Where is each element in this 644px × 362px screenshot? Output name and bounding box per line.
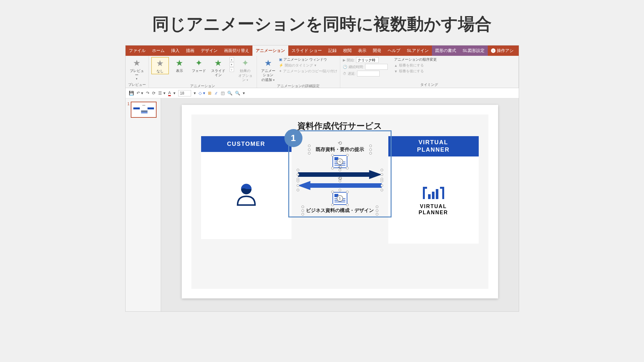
start-label: 開始: <box>347 58 355 63</box>
effect-options-label2: オプション ▾ <box>237 74 253 82</box>
star-green-icon: ★ <box>213 58 223 68</box>
group-preview: ★ プレビュー ▾ プレビュー <box>126 56 149 88</box>
add-animation-icon: ★ <box>263 58 273 68</box>
star-none-icon: ★ <box>155 58 165 68</box>
tab-help[interactable]: ヘルプ <box>384 45 404 56</box>
duration-input[interactable] <box>365 64 388 70</box>
planner-column: VIRTUALPLANNER <box>388 136 479 244</box>
zoom-in-icon[interactable]: 🔍 <box>227 91 232 96</box>
start-input[interactable] <box>356 57 379 63</box>
rotate-icon[interactable]: ⟲ <box>338 140 342 146</box>
middle-column: 1 ⟲ 既存資料・要件の提示 <box>291 136 388 214</box>
zoom-out-icon[interactable]: 🔍 <box>235 91 240 96</box>
redo-icon[interactable]: ↷ <box>146 91 149 96</box>
align-icon[interactable]: ⫽ <box>214 91 218 96</box>
font-size-input[interactable]: 18 <box>178 90 191 96</box>
refresh-icon[interactable]: ⟳ <box>152 91 156 96</box>
person-icon <box>232 180 261 211</box>
gallery-more[interactable]: ▿ <box>230 67 234 72</box>
tab-design[interactable]: デザイン <box>198 45 221 56</box>
slide-number: 1 <box>128 102 130 118</box>
effect-options-label1: 効果の <box>240 69 250 73</box>
anim-fade[interactable]: ✦ フェード <box>190 57 208 74</box>
group-timing-label: タイミング <box>343 82 516 87</box>
timing-start: ▶ 開始: <box>343 57 388 63</box>
mid-bottom-label-shape[interactable]: ビジネス資料の構成・デザイン <box>303 207 377 214</box>
clock-icon: 🕐 <box>343 65 347 69</box>
gallery-up[interactable]: ▴ <box>230 57 234 62</box>
svg-rect-3 <box>436 189 438 199</box>
anim-none-label: なし <box>157 69 164 73</box>
mid-bottom-label: ビジネス資料の構成・デザイン <box>306 207 374 214</box>
arrow-left-shape[interactable]: ⟲ <box>298 181 382 190</box>
slide-thumbnail[interactable]: ━━━ <box>131 102 157 118</box>
step-badge: 1 <box>284 129 302 147</box>
doc-icon-bottom-shape[interactable]: $ <box>332 192 347 205</box>
planner-header: VIRTUALPLANNER <box>388 136 479 156</box>
mid-top-label-shape[interactable]: ⟲ 既存資料・要件の提示 <box>309 146 371 153</box>
quick-access-toolbar: 💾 ↶ ▾ ↷ ⟳ ☰ ▾ A ▾ 18 ▾ ◇ ▾ ⊞ ⫽ ◫ 🔍 🔍 ▾ <box>126 88 519 98</box>
slide-canvas[interactable]: 資料作成代行サービス CUSTOMER <box>161 98 519 311</box>
preview-label: プレビュー <box>129 69 145 77</box>
tab-sl-shape[interactable]: SL図形設定 <box>459 45 488 56</box>
font-color-icon[interactable]: A <box>168 90 171 96</box>
add-animation-label1: アニメーション <box>260 69 276 77</box>
ribbon-body: ★ プレビュー ▾ プレビュー ★ なし ★ 表示 ✦ <box>126 56 519 88</box>
anim-appear[interactable]: ★ 表示 <box>171 57 188 74</box>
move-earlier: ▲順番を前にする <box>394 63 437 68</box>
save-icon[interactable]: 💾 <box>129 91 134 96</box>
preview-button[interactable]: ★ プレビュー ▾ <box>128 57 146 81</box>
crop-icon[interactable]: ◫ <box>221 91 225 96</box>
move-later-label: 順番を後にする <box>399 69 424 74</box>
customer-column: CUSTOMER <box>201 136 291 239</box>
group-icon[interactable]: ⊞ <box>208 91 211 96</box>
shape-icon[interactable]: ◇ ▾ <box>199 91 205 96</box>
delay-icon: ⏱ <box>343 72 346 75</box>
tab-animations[interactable]: アニメーション <box>252 45 288 56</box>
tab-tell-me[interactable]: ♀ 操作アシ <box>488 45 517 56</box>
editor-area: 1 ━━━ 資料作成代行サービス C <box>126 98 519 311</box>
tab-record[interactable]: 記録 <box>325 45 340 56</box>
group-advanced-label: アニメーションの詳細設定 <box>260 83 337 88</box>
undo-icon[interactable]: ↶ ▾ <box>137 91 144 96</box>
customer-header: CUSTOMER <box>201 136 291 152</box>
anim-slidein[interactable]: ★ スライドイン <box>210 57 227 78</box>
tab-sladdin[interactable]: SLアドイン <box>404 45 432 56</box>
anim-slidein-label: スライドイン <box>210 69 226 77</box>
diagram: CUSTOMER 1 <box>191 136 488 244</box>
tab-insert[interactable]: 挿入 <box>168 45 183 56</box>
anim-fade-label: フェード <box>192 69 206 73</box>
delay-input[interactable] <box>357 71 380 76</box>
tab-home[interactable]: ホーム <box>149 45 168 56</box>
gallery-down[interactable]: ▾ <box>230 62 234 67</box>
slide: 資料作成代行サービス CUSTOMER <box>182 105 498 298</box>
trigger-label: 開始のタイミング <box>285 63 313 68</box>
tab-slideshow[interactable]: スライド ショー <box>288 45 325 56</box>
tab-draw[interactable]: 描画 <box>183 45 198 56</box>
add-animation-button[interactable]: ★ アニメーション の追加 ▾ <box>260 57 277 83</box>
pane-icon: ▣ <box>279 57 282 62</box>
tab-file[interactable]: ファイル <box>126 45 149 56</box>
ribbon-tabs: ファイル ホーム 挿入 描画 デザイン 画面切り替え アニメーション スライド … <box>126 45 519 56</box>
tab-transitions[interactable]: 画面切り替え <box>221 45 252 56</box>
tab-review[interactable]: 校閲 <box>340 45 355 56</box>
animation-pane-label: アニメーション ウィンドウ <box>283 57 327 62</box>
move-earlier-label: 順番を前にする <box>399 63 424 68</box>
star-green-icon: ★ <box>174 58 185 68</box>
customer-body <box>201 152 291 239</box>
gallery-scroll: ▴ ▾ ▿ <box>229 57 235 72</box>
reorder-label: アニメーションの順序変更 <box>394 57 437 62</box>
animation-pane-button[interactable]: ▣ アニメーション ウィンドウ <box>279 57 337 62</box>
tab-developer[interactable]: 開発 <box>370 45 384 56</box>
anim-none[interactable]: ★ なし <box>151 57 169 74</box>
star-green-icon: ✦ <box>194 58 204 68</box>
refresh-badge-icon: ⟲ <box>337 158 343 165</box>
group-timing: ▶ 開始: 🕐 継続時間: ⏱ 遅延: <box>340 56 519 88</box>
move-later: ▼順番を後にする <box>394 69 437 74</box>
tell-me-label: 操作アシ <box>497 48 514 54</box>
tab-view[interactable]: 表示 <box>355 45 370 56</box>
powerpoint-window: ファイル ホーム 挿入 描画 デザイン 画面切り替え アニメーション スライド … <box>125 45 519 312</box>
bullets-icon[interactable]: ☰ ▾ <box>158 91 166 96</box>
tab-shape-format[interactable]: 図形の書式 <box>432 45 459 56</box>
svg-rect-2 <box>432 192 434 199</box>
